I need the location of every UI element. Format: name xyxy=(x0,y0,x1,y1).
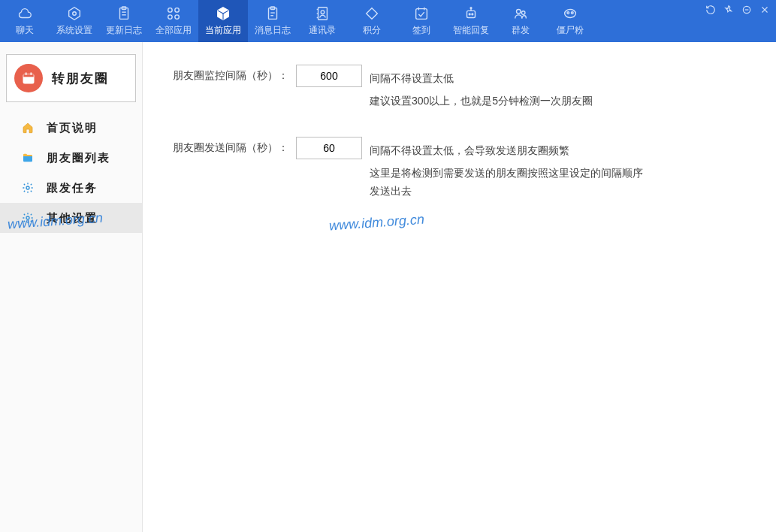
svg-point-6 xyxy=(168,8,173,13)
mask-icon xyxy=(562,5,578,22)
toolbar-label: 智能回复 xyxy=(453,24,489,37)
toolbar-label: 群发 xyxy=(512,24,530,37)
cloud-chat-icon xyxy=(17,5,33,22)
clipboard-icon xyxy=(116,5,132,22)
toolbar-update-log[interactable]: 更新日志 xyxy=(99,0,149,42)
svg-point-44 xyxy=(26,216,29,219)
toolbar-label: 更新日志 xyxy=(106,24,142,37)
svg-point-9 xyxy=(175,15,180,20)
gear-icon xyxy=(21,211,35,225)
toolbar-label: 全部应用 xyxy=(156,24,192,37)
svg-point-1 xyxy=(73,12,77,16)
svg-point-27 xyxy=(472,14,473,15)
svg-rect-25 xyxy=(467,11,476,17)
svg-point-26 xyxy=(469,14,470,15)
diamond-icon xyxy=(364,5,380,22)
toolbar-all-apps[interactable]: 全部应用 xyxy=(149,0,198,42)
window-controls xyxy=(704,3,771,17)
toolbar-label: 积分 xyxy=(363,24,381,37)
calendar-check-icon xyxy=(413,5,430,22)
svg-point-43 xyxy=(26,186,29,189)
monitor-interval-label: 朋友圈监控间隔（秒）： xyxy=(161,65,288,83)
home-icon xyxy=(21,121,35,135)
minimize-icon[interactable] xyxy=(740,3,753,17)
sidebar-label: 跟发任务 xyxy=(47,181,98,195)
sidebar-item-other-settings[interactable]: 其他设置 xyxy=(0,203,142,233)
sidebar-header: 转朋友圈 xyxy=(6,54,136,102)
sidebar: 转朋友圈 首页说明 朋友圈列表 跟发任务 其他设置 xyxy=(0,42,143,532)
grid-apps-icon xyxy=(165,5,182,22)
robot-icon xyxy=(463,5,479,22)
refresh-icon[interactable] xyxy=(704,3,717,17)
group-icon xyxy=(512,5,529,22)
svg-point-17 xyxy=(321,11,325,14)
calendar-icon xyxy=(14,64,43,92)
toolbar-message-log[interactable]: 消息日志 xyxy=(248,0,297,42)
toolbar-label: 聊天 xyxy=(16,24,34,37)
toolbar-current-app[interactable]: 当前应用 xyxy=(198,0,248,42)
svg-point-31 xyxy=(521,11,525,15)
svg-point-7 xyxy=(175,8,180,13)
toolbar-checkin[interactable]: 签到 xyxy=(397,0,446,42)
folder-icon xyxy=(21,151,35,165)
toolbar-zombie-fans[interactable]: 僵尸粉 xyxy=(545,0,595,42)
top-toolbar: 聊天 系统设置 更新日志 全部应用 当前应用 消息日志 通讯录 xyxy=(0,0,776,42)
toolbar-label: 签到 xyxy=(412,24,430,37)
svg-marker-21 xyxy=(367,8,378,20)
contacts-icon xyxy=(314,5,331,22)
sidebar-item-moments-list[interactable]: 朋友圈列表 xyxy=(0,143,142,173)
gear-icon xyxy=(21,181,35,195)
hexagon-gear-icon xyxy=(66,5,83,22)
send-hint-2: 这里是将检测到需要发送的朋友圈按照这里设定的间隔顺序发送出去 xyxy=(370,164,648,200)
sidebar-label: 朋友圈列表 xyxy=(47,151,110,165)
sidebar-item-home[interactable]: 首页说明 xyxy=(0,113,142,143)
clipboard-list-icon xyxy=(264,5,281,22)
send-interval-row: 朋友圈发送间隔（秒）： 间隔不得设置太低，会导致发送朋友圈频繁 这里是将检测到需… xyxy=(161,137,758,200)
toolbar-auto-reply[interactable]: 智能回复 xyxy=(446,0,496,42)
toolbar-label: 通讯录 xyxy=(309,24,336,37)
svg-point-33 xyxy=(567,12,569,14)
sidebar-item-follow-task[interactable]: 跟发任务 xyxy=(0,173,142,203)
sidebar-label: 其他设置 xyxy=(47,211,98,225)
svg-rect-40 xyxy=(23,74,33,77)
toolbar-group-send[interactable]: 群发 xyxy=(496,0,545,42)
svg-point-30 xyxy=(517,10,521,14)
monitor-hint-2: 建议设置300以上，也就是5分钟检测一次朋友圈 xyxy=(370,92,648,110)
send-interval-label: 朋友圈发送间隔（秒）： xyxy=(161,137,288,155)
monitor-interval-input[interactable] xyxy=(296,65,362,87)
toolbar-label: 消息日志 xyxy=(255,24,291,37)
content-panel: 朋友圈监控间隔（秒）： 间隔不得设置太低 建议设置300以上，也就是5分钟检测一… xyxy=(143,42,776,532)
svg-point-34 xyxy=(571,12,573,14)
toolbar-label: 系统设置 xyxy=(56,24,92,37)
send-hint-1: 间隔不得设置太低，会导致发送朋友圈频繁 xyxy=(370,141,648,159)
toolbar-chat[interactable]: 聊天 xyxy=(0,0,50,42)
toolbar-label: 僵尸粉 xyxy=(557,24,584,37)
close-icon[interactable] xyxy=(758,3,771,17)
pin-icon[interactable] xyxy=(722,3,735,17)
monitor-hint-1: 间隔不得设置太低 xyxy=(370,69,648,87)
toolbar-points[interactable]: 积分 xyxy=(347,0,397,42)
monitor-interval-row: 朋友圈监控间隔（秒）： 间隔不得设置太低 建议设置300以上，也就是5分钟检测一… xyxy=(161,65,758,110)
cube-icon xyxy=(215,5,231,22)
send-interval-input[interactable] xyxy=(296,137,362,159)
toolbar-contacts[interactable]: 通讯录 xyxy=(297,0,347,42)
svg-rect-22 xyxy=(416,9,427,20)
sidebar-label: 首页说明 xyxy=(47,121,98,135)
toolbar-system-settings[interactable]: 系统设置 xyxy=(50,0,99,42)
svg-point-32 xyxy=(565,10,576,18)
toolbar-label: 当前应用 xyxy=(205,24,241,37)
sidebar-title: 转朋友圈 xyxy=(52,70,109,87)
svg-marker-0 xyxy=(69,8,80,20)
svg-point-8 xyxy=(168,15,173,20)
